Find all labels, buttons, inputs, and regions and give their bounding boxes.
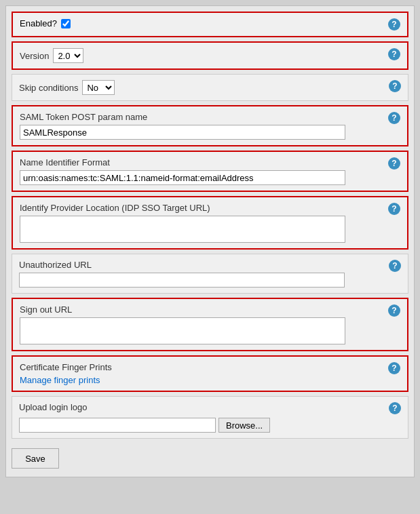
saml-token-info-icon[interactable]: ? xyxy=(388,112,400,124)
skip-conditions-select[interactable]: No Yes xyxy=(82,80,115,95)
sign-out-url-content: Sign out URL xyxy=(20,304,383,344)
saml-token-content: SAML Token POST param name xyxy=(20,112,383,140)
sign-out-url-label: Sign out URL xyxy=(20,304,383,315)
unauthorized-url-row: Unauthorized URL ? xyxy=(12,254,408,294)
skip-conditions-content: Skip conditions No Yes xyxy=(19,80,383,95)
version-row: Version 1.1 2.0 ? xyxy=(12,41,408,70)
unauthorized-url-label: Unauthorized URL xyxy=(19,260,383,270)
enabled-row: Enabled? ? xyxy=(12,12,408,37)
sign-out-url-row: Sign out URL ? xyxy=(12,298,408,351)
unauthorized-url-info-icon[interactable]: ? xyxy=(389,260,401,272)
cert-fingerprints-label: Certificate Finger Prints xyxy=(20,362,383,372)
saml-token-input[interactable] xyxy=(20,125,345,140)
upload-filename-input[interactable] xyxy=(19,418,216,433)
enabled-info-icon[interactable]: ? xyxy=(388,18,400,31)
unauthorized-url-input[interactable] xyxy=(19,273,345,288)
upload-logo-label: Upload login logo xyxy=(19,402,383,412)
name-identifier-row: Name Identifier Format ? xyxy=(12,151,408,192)
save-row: Save xyxy=(12,443,408,471)
skip-conditions-label: Skip conditions No Yes xyxy=(19,80,383,95)
name-identifier-input[interactable] xyxy=(20,170,345,185)
idp-location-row: Identify Provider Location (IDP SSO Targ… xyxy=(12,196,408,250)
saml-token-label: SAML Token POST param name xyxy=(20,112,383,122)
cert-fingerprints-row: Certificate Finger Prints Manage finger … xyxy=(12,355,408,392)
save-button[interactable]: Save xyxy=(12,448,59,469)
version-content: Version 1.1 2.0 xyxy=(20,48,383,63)
saml-token-row: SAML Token POST param name ? xyxy=(12,105,408,146)
version-info-icon[interactable]: ? xyxy=(388,48,400,60)
unauthorized-url-content: Unauthorized URL xyxy=(19,260,383,288)
browse-button[interactable]: Browse... xyxy=(218,418,270,433)
upload-logo-row: Upload login logo Browse... ? xyxy=(12,396,408,439)
enabled-label[interactable]: Enabled? xyxy=(20,18,383,28)
idp-location-label: Identify Provider Location (IDP SSO Targ… xyxy=(20,203,383,213)
upload-logo-info-icon[interactable]: ? xyxy=(389,402,401,414)
enabled-checkbox[interactable] xyxy=(61,19,71,28)
idp-location-input[interactable] xyxy=(20,216,345,243)
sign-out-url-info-icon[interactable]: ? xyxy=(388,304,400,317)
manage-fingerprints-link[interactable]: Manage finger prints xyxy=(20,375,383,385)
upload-controls: Browse... xyxy=(19,418,383,433)
skip-conditions-row: Skip conditions No Yes ? xyxy=(12,74,408,101)
settings-form: Enabled? ? Version 1.1 2.0 ? Skip condit… xyxy=(5,5,415,477)
version-select[interactable]: 1.1 2.0 xyxy=(53,48,83,63)
upload-logo-content: Upload login logo Browse... xyxy=(19,402,383,433)
name-identifier-label: Name Identifier Format xyxy=(20,157,383,167)
version-label: Version 1.1 2.0 xyxy=(20,48,383,63)
idp-location-info-icon[interactable]: ? xyxy=(388,203,400,215)
idp-location-content: Identify Provider Location (IDP SSO Targ… xyxy=(20,203,383,243)
enabled-content: Enabled? xyxy=(20,18,383,28)
skip-conditions-info-icon[interactable]: ? xyxy=(389,80,401,92)
name-identifier-info-icon[interactable]: ? xyxy=(388,157,400,170)
name-identifier-content: Name Identifier Format xyxy=(20,157,383,185)
cert-fingerprints-content: Certificate Finger Prints Manage finger … xyxy=(20,362,383,385)
sign-out-url-input[interactable] xyxy=(20,317,345,344)
cert-fingerprints-info-icon[interactable]: ? xyxy=(388,362,400,374)
enabled-label-text: Enabled? xyxy=(20,18,57,28)
